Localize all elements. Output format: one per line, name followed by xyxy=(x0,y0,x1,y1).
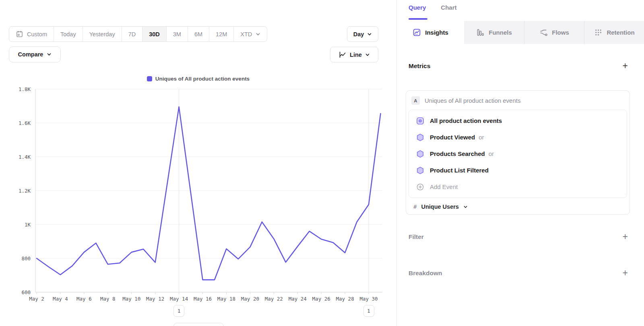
range-xtd[interactable]: XTD xyxy=(233,27,267,42)
tab-funnels[interactable]: Funnels xyxy=(464,21,524,44)
svg-text:May 16: May 16 xyxy=(194,296,212,302)
tab-retention[interactable]: Retention xyxy=(584,21,644,44)
metric-card: A Uniques of All product action events A… xyxy=(406,90,630,215)
chart-legend: Uniques of All product action events xyxy=(0,76,396,82)
range-6m[interactable]: 6M xyxy=(188,27,209,42)
annotation-badge[interactable]: 1 xyxy=(173,305,184,317)
tab-flows[interactable]: Flows xyxy=(524,21,584,44)
chevron-down-icon xyxy=(47,52,52,57)
svg-text:May 30: May 30 xyxy=(359,296,378,302)
svg-text:May 24: May 24 xyxy=(289,296,307,302)
svg-text:May 28: May 28 xyxy=(336,296,354,302)
annotation-badge[interactable]: 1 xyxy=(363,305,374,317)
measure-selector[interactable]: # Unique Users xyxy=(406,198,630,216)
event-row-product-viewed[interactable]: Product Viewed or xyxy=(409,129,627,145)
metrics-title: Metrics xyxy=(409,62,430,70)
chevron-down-icon xyxy=(365,52,370,57)
tab-flows-label: Flows xyxy=(552,29,569,36)
hash-icon: # xyxy=(413,203,417,210)
event-group-icon xyxy=(416,116,425,125)
range-yesterday[interactable]: Yesterday xyxy=(83,27,122,42)
add-circle-icon xyxy=(416,183,425,191)
chevron-down-icon xyxy=(256,32,260,37)
event-hexagon-icon xyxy=(416,166,425,175)
svg-text:1.8K: 1.8K xyxy=(19,86,31,92)
measure-label: Unique Users xyxy=(421,203,458,210)
legend-label: Uniques of All product action events xyxy=(155,76,250,82)
range-3m[interactable]: 3M xyxy=(166,27,188,42)
add-breakdown-button[interactable]: + xyxy=(623,268,628,278)
add-event-button[interactable]: Add Event xyxy=(409,179,627,195)
svg-text:May 10: May 10 xyxy=(122,296,140,302)
calendar-icon xyxy=(16,30,23,38)
svg-text:1K: 1K xyxy=(25,222,31,228)
svg-text:May 14: May 14 xyxy=(170,296,188,302)
range-7d[interactable]: 7D xyxy=(122,27,142,42)
range-12m[interactable]: 12M xyxy=(209,27,233,42)
date-range-group: CustomTodayYesterday7D30D3M6M12MXTD xyxy=(9,26,267,42)
metric-card-header[interactable]: A Uniques of All product action events xyxy=(406,91,630,110)
chevron-down-icon xyxy=(463,205,468,209)
tab-retention-label: Retention xyxy=(607,29,634,36)
filter-header: Filter + xyxy=(409,232,628,241)
line-chart-icon xyxy=(339,51,347,59)
range-today[interactable]: Today xyxy=(54,27,83,42)
metrics-header: Metrics + xyxy=(409,61,628,71)
metric-card-title: Uniques of All product action events xyxy=(425,97,520,104)
flows-icon xyxy=(539,28,548,37)
range-30d[interactable]: 30D xyxy=(142,27,166,42)
event-row-product-list-filtered[interactable]: Product List Filtered xyxy=(409,162,627,179)
compare-label: Compare xyxy=(18,51,43,58)
tab-chart[interactable]: Chart xyxy=(441,4,456,11)
svg-text:May 8: May 8 xyxy=(100,296,116,302)
compare-button[interactable]: Compare xyxy=(9,46,61,62)
svg-text:May 20: May 20 xyxy=(241,296,259,302)
svg-text:May 6: May 6 xyxy=(76,296,92,302)
retention-icon xyxy=(594,28,603,37)
add-metric-button[interactable]: + xyxy=(623,61,628,71)
mixpanel-insights-report: 6008001K1.2K1.4K1.6K1.8KMay 2May 4May 6M… xyxy=(0,0,644,326)
svg-text:May 12: May 12 xyxy=(146,296,164,302)
svg-text:800: 800 xyxy=(21,255,31,262)
svg-text:600: 600 xyxy=(21,289,31,295)
panel-top-tabs: Query Chart xyxy=(409,4,457,11)
granularity-dropdown[interactable]: Day xyxy=(347,26,378,42)
svg-text:May 4: May 4 xyxy=(53,296,68,302)
insights-icon xyxy=(413,28,421,37)
svg-text:May 22: May 22 xyxy=(265,296,283,302)
funnels-icon xyxy=(476,28,485,37)
cropped-popover xyxy=(173,323,224,326)
chart-type-value: Line xyxy=(350,52,362,58)
chart-region: 6008001K1.2K1.4K1.6K1.8KMay 2May 4May 6M… xyxy=(0,0,396,326)
event-hexagon-icon xyxy=(416,133,425,142)
tab-funnels-label: Funnels xyxy=(489,29,512,36)
event-row-all-product-action-events[interactable]: All product action events xyxy=(409,112,627,129)
report-type-tabs: Insights Funnels xyxy=(397,21,644,44)
svg-text:May 18: May 18 xyxy=(217,296,235,302)
add-filter-button[interactable]: + xyxy=(623,232,628,241)
breakdown-header: Breakdown + xyxy=(409,268,628,278)
event-row-products-searched[interactable]: Products Searched or xyxy=(409,145,627,162)
tab-insights[interactable]: Insights xyxy=(397,21,464,44)
active-tab-underline xyxy=(409,18,427,20)
filter-title: Filter xyxy=(409,233,424,241)
chevron-down-icon xyxy=(367,32,372,37)
range-custom[interactable]: Custom xyxy=(9,27,54,42)
event-hexagon-icon xyxy=(416,150,425,158)
svg-text:1.6K: 1.6K xyxy=(19,120,31,126)
events-box: All product action events Product Viewed… xyxy=(409,110,627,198)
tab-query[interactable]: Query xyxy=(409,4,426,11)
granularity-value: Day xyxy=(353,31,364,37)
legend-swatch xyxy=(147,76,152,81)
metric-letter-badge: A xyxy=(411,96,420,105)
breakdown-title: Breakdown xyxy=(409,270,442,277)
svg-text:1.4K: 1.4K xyxy=(19,154,31,160)
chart-type-dropdown[interactable]: Line xyxy=(330,47,378,62)
svg-text:May 2: May 2 xyxy=(29,296,44,302)
tab-insights-label: Insights xyxy=(425,29,448,36)
svg-text:1.2K: 1.2K xyxy=(19,188,31,194)
svg-text:May 26: May 26 xyxy=(312,296,330,302)
query-panel: Query Chart Insights xyxy=(396,0,644,326)
